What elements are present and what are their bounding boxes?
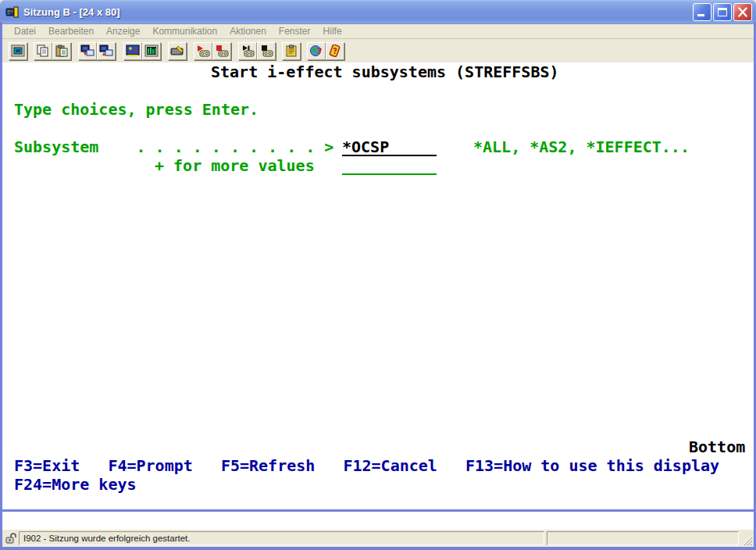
terminal-screen: Start i-effect subsystems (STREFFSBS) Ty… bbox=[2, 62, 754, 509]
clipboard-icon bbox=[284, 45, 298, 57]
color-setup-button[interactable] bbox=[142, 42, 161, 60]
copy-button[interactable] bbox=[34, 42, 52, 60]
menu-kommunikation[interactable]: Kommunikation bbox=[146, 25, 223, 38]
unlocked-padlock-icon bbox=[5, 532, 17, 545]
help-index-button[interactable]: ? bbox=[326, 42, 344, 60]
function-keys-line1: F3=Exit F4=Prompt F5=Refresh F12=Cancel … bbox=[14, 456, 719, 475]
menu-bearbeiten[interactable]: Bearbeiten bbox=[42, 25, 100, 38]
send-file-to-host-icon bbox=[80, 45, 94, 57]
instruction-line: Type choices, press Enter. bbox=[14, 100, 259, 119]
function-keys-line2: F24=More keys bbox=[14, 475, 137, 494]
window-border-left bbox=[0, 22, 2, 550]
operator-information-area bbox=[2, 512, 754, 530]
connect-session-button[interactable] bbox=[9, 42, 27, 60]
statusbar: I902 - Sitzung wurde erfolgreich gestart… bbox=[2, 530, 754, 547]
receive-file-from-host-icon bbox=[99, 45, 113, 57]
window-title: Sitzung B - [24 x 80] bbox=[23, 6, 120, 18]
record-macro-button[interactable] bbox=[194, 42, 212, 60]
close-icon bbox=[734, 4, 751, 20]
play-macro-icon bbox=[241, 45, 255, 57]
connect-session-icon bbox=[11, 45, 25, 57]
status-secondary-panel bbox=[547, 531, 739, 545]
clipboard-button[interactable] bbox=[282, 42, 301, 60]
receive-file-from-host-button[interactable] bbox=[97, 42, 116, 60]
screen-title: Start i-effect subsystems (STREFFSBS) bbox=[211, 62, 559, 81]
status-message: I902 - Sitzung wurde erfolgreich gestart… bbox=[23, 534, 191, 543]
send-file-to-host-button[interactable] bbox=[78, 42, 97, 60]
stop-recording-icon bbox=[215, 45, 229, 57]
close-button[interactable] bbox=[733, 3, 752, 21]
color-setup-icon bbox=[144, 45, 159, 57]
minimize-button[interactable] bbox=[693, 3, 711, 21]
stop-macro-button[interactable] bbox=[257, 42, 276, 60]
keyboard-setup-icon bbox=[170, 45, 184, 57]
stop-macro-icon bbox=[259, 45, 273, 57]
svg-text:?: ? bbox=[317, 46, 322, 56]
play-macro-button[interactable] bbox=[238, 42, 257, 60]
stop-recording-button[interactable] bbox=[212, 42, 231, 60]
maximize-icon bbox=[718, 8, 727, 16]
menu-aktionen[interactable]: Aktionen bbox=[223, 25, 273, 38]
menu-anzeige[interactable]: Anzeige bbox=[100, 25, 146, 38]
display-setup-icon bbox=[126, 45, 140, 57]
record-macro-icon bbox=[196, 45, 210, 57]
maximize-button[interactable] bbox=[713, 3, 732, 21]
web-help-button[interactable]: ? bbox=[307, 42, 326, 60]
window-border-bottom bbox=[0, 547, 756, 550]
menu-hilfe[interactable]: Hilfe bbox=[317, 25, 348, 38]
paste-button[interactable] bbox=[52, 42, 71, 60]
subsystem-input-field[interactable]: *OCSP bbox=[342, 138, 437, 156]
help-index-icon: ? bbox=[328, 45, 342, 57]
display-setup-button[interactable] bbox=[123, 42, 142, 60]
menu-datei[interactable]: Datei bbox=[8, 25, 42, 38]
bottom-indicator: Bottom bbox=[689, 438, 745, 456]
svg-text:?: ? bbox=[333, 47, 337, 55]
toolbar: ? ? bbox=[2, 38, 754, 62]
more-values-label: + for more values bbox=[155, 156, 315, 175]
resize-grip[interactable] bbox=[742, 535, 752, 545]
keyboard-setup-button[interactable] bbox=[168, 42, 187, 60]
more-values-input-field[interactable] bbox=[342, 156, 437, 175]
copy-icon bbox=[36, 45, 50, 57]
subsystem-label: Subsystem . . . . . . . . . . > bbox=[14, 138, 333, 156]
menu-fenster[interactable]: Fenster bbox=[273, 25, 317, 38]
status-message-panel: I902 - Sitzung wurde erfolgreich gestart… bbox=[19, 531, 544, 545]
minimize-icon bbox=[697, 14, 704, 16]
subsystem-choices: *ALL, *AS2, *IEFFECT... bbox=[473, 138, 690, 156]
titlebar[interactable]: Sitzung B - [24 x 80] bbox=[0, 0, 756, 24]
emulator-window: Sitzung B - [24 x 80] Datei Bearbeiten A… bbox=[0, 0, 756, 550]
menubar: Datei Bearbeiten Anzeige Kommunikation A… bbox=[2, 24, 754, 38]
web-help-icon: ? bbox=[309, 45, 323, 57]
session-app-icon bbox=[5, 5, 20, 20]
paste-icon bbox=[55, 45, 69, 57]
